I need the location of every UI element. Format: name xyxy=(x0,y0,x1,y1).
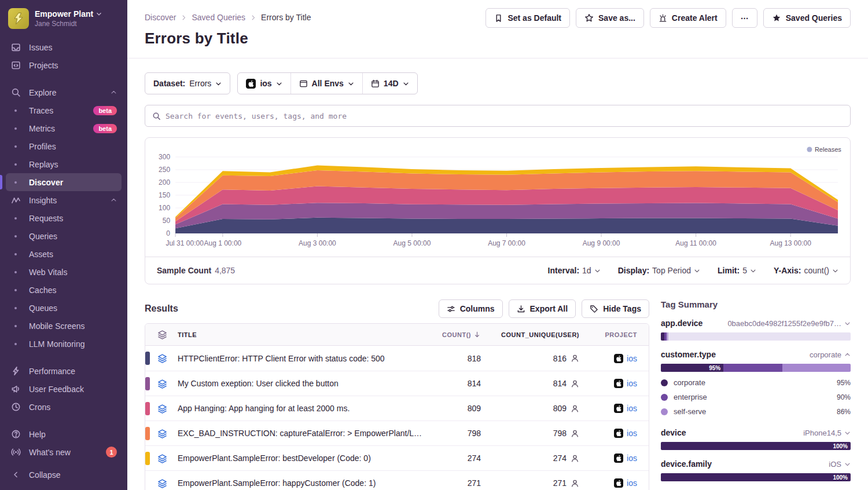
sidebar-item-replays[interactable]: Replays xyxy=(6,155,122,173)
sidebar-item-help[interactable]: Help xyxy=(6,425,122,443)
more-options-button[interactable]: ⋯ xyxy=(732,8,757,28)
sample-count: Sample Count4,875 xyxy=(157,266,235,275)
sidebar-item-caches[interactable]: Caches xyxy=(6,281,122,299)
project-link: ios xyxy=(627,354,637,363)
export-all-button[interactable]: Export All xyxy=(509,299,576,318)
bullet-icon xyxy=(9,181,22,184)
sidebar-item-web-vitals[interactable]: Web Vitals xyxy=(6,263,122,281)
sidebar-item-profiles[interactable]: Profiles xyxy=(6,137,122,155)
tag-header[interactable]: device.family iOS xyxy=(661,459,851,469)
sidebar-item-what-s-new[interactable]: What's new1 xyxy=(6,443,122,461)
sidebar-item-metrics[interactable]: Metricsbeta xyxy=(6,119,122,137)
count-value: 274 xyxy=(423,454,481,463)
interval-control[interactable]: Interval:1d xyxy=(548,266,601,275)
column-header-project[interactable]: PROJECT xyxy=(579,331,649,338)
saved-queries-button[interactable]: Saved Queries xyxy=(763,8,851,28)
create-alert-button[interactable]: Create Alert xyxy=(650,8,726,28)
legend-dot xyxy=(661,408,668,415)
date-range-filter[interactable]: 14D xyxy=(362,73,417,94)
sidebar-item-queries[interactable]: Queries xyxy=(6,227,122,245)
hide-tags-button[interactable]: Hide Tags xyxy=(582,299,649,318)
sidebar-item-mobile-screens[interactable]: Mobile Screens xyxy=(6,317,122,335)
tag-legend-row[interactable]: self-serve 86% xyxy=(661,404,851,419)
column-header-title[interactable]: TITLE xyxy=(178,331,423,338)
count-value: 798 xyxy=(423,429,481,438)
bullet-icon xyxy=(9,271,22,273)
tag-distribution-bar[interactable]: 95% xyxy=(661,364,851,372)
apple-ios-icon xyxy=(614,454,623,463)
tag-distribution-bar[interactable]: 100% xyxy=(661,442,851,450)
tag-distribution-bar[interactable] xyxy=(661,332,851,341)
project-cell[interactable]: ios xyxy=(579,478,649,488)
sidebar-item-requests[interactable]: Requests xyxy=(6,209,122,227)
project-cell[interactable]: ios xyxy=(579,379,649,388)
table-row: My Custom exeption: User clicked the but… xyxy=(145,371,649,396)
sidebar-item-discover[interactable]: Discover xyxy=(6,173,122,191)
breadcrumb-item[interactable]: Discover xyxy=(145,13,176,22)
environment-filter[interactable]: All Envs xyxy=(290,73,362,94)
collapse-button[interactable]: Collapse xyxy=(6,466,122,484)
sidebar-item-label: Replays xyxy=(29,160,58,169)
chevron-left-icon xyxy=(9,471,22,478)
project-cell[interactable]: ios xyxy=(579,454,649,463)
chevron-down-icon xyxy=(750,268,756,274)
org-switcher[interactable]: Empower Plant Jane Schmidt xyxy=(0,0,127,35)
tag-legend-row[interactable]: corporate 95% xyxy=(661,375,851,390)
chevron-right-icon xyxy=(250,14,256,21)
sidebar-item-label: Discover xyxy=(29,178,63,187)
sidebar-item-user-feedback[interactable]: User Feedback xyxy=(6,380,122,398)
project-cell[interactable]: ios xyxy=(579,429,649,438)
releases-legend-label: Releases xyxy=(815,146,841,153)
limit-control[interactable]: Limit:5 xyxy=(718,266,756,275)
save-as-button[interactable]: Save as... xyxy=(576,8,644,28)
count-value: 809 xyxy=(423,404,481,413)
sidebar-item-traces[interactable]: Tracesbeta xyxy=(6,101,122,119)
sidebar-item-crons[interactable]: Crons xyxy=(6,398,122,416)
project-filter[interactable]: ios xyxy=(238,73,290,94)
project-link: ios xyxy=(627,379,637,388)
chart[interactable]: Jul 31 00:00Aug 1 00:00Aug 3 00:00Aug 5 … xyxy=(145,138,850,257)
project-cell[interactable]: ios xyxy=(579,354,649,363)
error-title-link[interactable]: My Custom exeption: User clicked the but… xyxy=(178,379,423,388)
tag-header[interactable]: app.device 0baebc0de4982f1255f2e9e9fb7… xyxy=(661,319,851,328)
column-header-count[interactable]: COUNT() xyxy=(423,331,481,338)
y-axis-control[interactable]: Y-Axis:count() xyxy=(774,266,838,275)
error-title-link[interactable]: EmpowerPlant.SampleError: bestDeveloper … xyxy=(178,454,423,463)
sidebar-item-queues[interactable]: Queues xyxy=(6,299,122,317)
tag-header[interactable]: customer.type corporate xyxy=(661,350,851,359)
sidebar-item-label: Mobile Screens xyxy=(29,321,85,331)
search-input[interactable] xyxy=(165,112,843,120)
sidebar-item-label: Assets xyxy=(29,250,53,259)
person-icon xyxy=(571,354,579,363)
tag-header[interactable]: device iPhone14,5 xyxy=(661,428,851,437)
project-cell[interactable]: ios xyxy=(579,404,649,413)
tag-distribution-bar[interactable]: 100% xyxy=(661,473,851,481)
svg-text:Aug 13 00:00: Aug 13 00:00 xyxy=(770,239,811,247)
org-user: Jane Schmidt xyxy=(35,20,102,28)
sidebar-item-label: Performance xyxy=(29,367,75,376)
count-unique-value: 816 xyxy=(553,354,567,363)
sidebar-item-assets[interactable]: Assets xyxy=(6,245,122,263)
column-header-count-unique[interactable]: COUNT_UNIQUE(USER) xyxy=(481,331,579,338)
dataset-filter[interactable]: Dataset:Errors xyxy=(145,72,230,94)
tag-block-app-device: app.device 0baebc0de4982f1255f2e9e9fb7… xyxy=(661,319,851,341)
set-as-default-button[interactable]: Set as Default xyxy=(486,8,570,28)
chevron-down-icon xyxy=(348,81,354,87)
breadcrumb-item[interactable]: Saved Queries xyxy=(192,13,245,22)
sidebar-item-insights[interactable]: Insights xyxy=(6,191,122,209)
sidebar-item-performance[interactable]: Performance xyxy=(6,362,122,380)
error-title-link[interactable]: HTTPClientError: HTTP Client Error with … xyxy=(178,354,423,363)
columns-button[interactable]: Columns xyxy=(439,299,503,318)
table-row: EmpowerPlant.SampleError: happyCustomer … xyxy=(145,470,649,490)
sidebar-item-llm-monitoring[interactable]: LLM Monitoring xyxy=(6,335,122,353)
error-title-link[interactable]: EmpowerPlant.SampleError: happyCustomer … xyxy=(178,478,423,488)
sidebar-item-explore[interactable]: Explore xyxy=(6,83,122,101)
display-control[interactable]: Display:Top Period xyxy=(618,266,700,275)
table-row: App Hanging: App hanging for at least 20… xyxy=(145,396,649,420)
sidebar-item-issues[interactable]: Issues xyxy=(6,38,122,56)
sidebar-item-projects[interactable]: Projects xyxy=(6,56,122,74)
error-title-link[interactable]: App Hanging: App hanging for at least 20… xyxy=(178,404,423,413)
error-title-link[interactable]: EXC_BAD_INSTRUCTION: captureFatalError: … xyxy=(178,429,423,438)
layers-icon xyxy=(157,454,167,463)
tag-legend-row[interactable]: enterprise 90% xyxy=(661,390,851,404)
